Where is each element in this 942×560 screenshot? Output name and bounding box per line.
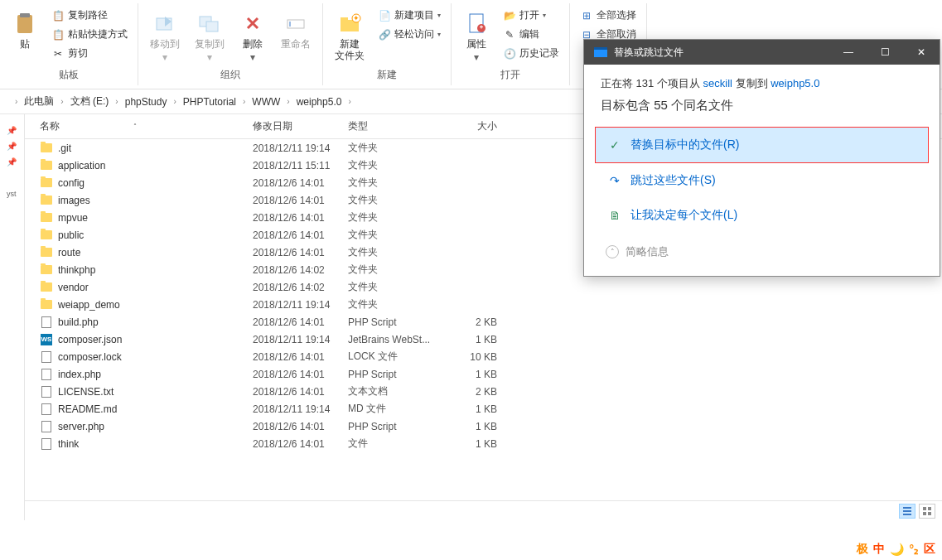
- file-size: 1 KB: [447, 334, 505, 345]
- file-row[interactable]: LICENSE.txt2018/12/6 14:01文本文档2 KB: [25, 383, 942, 400]
- breadcrumb-item[interactable]: WWW: [250, 96, 282, 108]
- minimize-button[interactable]: —: [830, 41, 867, 64]
- dialog-titlebar[interactable]: 替换或跳过文件 — ☐ ✕: [584, 40, 940, 65]
- breadcrumb-item[interactable]: 文档 (E:): [69, 94, 111, 109]
- select-all-button[interactable]: ⊞全部选择: [577, 7, 640, 24]
- clipboard-group-label: 贴板: [7, 68, 131, 82]
- svg-rect-4: [206, 22, 218, 31]
- paste-shortcut-button[interactable]: 📋粘贴快捷方式: [48, 26, 131, 43]
- copy-to-button: 复制到▾: [190, 7, 229, 66]
- file-name: LICENSE.txt: [58, 386, 253, 398]
- organize-group-label: 组织: [145, 68, 316, 82]
- svg-text:✦: ✦: [353, 14, 360, 22]
- file-icon: [40, 368, 53, 381]
- svg-rect-21: [928, 512, 931, 515]
- new-group-label: 新建: [330, 68, 444, 82]
- open-button[interactable]: 📂打开▾: [500, 7, 563, 24]
- file-row[interactable]: composer.lock2018/12/6 14:01LOCK 文件10 KB: [25, 348, 942, 365]
- file-icon: [40, 350, 53, 364]
- navigation-sidebar[interactable]: 📌 📌 📌 yst: [0, 114, 25, 520]
- svg-rect-8: [341, 17, 348, 21]
- file-icon: [40, 385, 53, 398]
- file-row[interactable]: README.md2018/12/11 19:14MD 文件1 KB: [25, 400, 942, 418]
- replace-option[interactable]: ✓ 替换目标中的文件(R): [595, 127, 929, 163]
- breadcrumb-item[interactable]: 此电脑: [22, 94, 56, 109]
- breadcrumb-item[interactable]: phpStudy: [123, 96, 169, 108]
- file-row[interactable]: index.php2018/12/6 14:01PHP Script1 KB: [25, 365, 942, 383]
- source-link[interactable]: seckill: [703, 77, 732, 89]
- properties-button[interactable]: 属性▾: [458, 7, 495, 66]
- easy-access-button[interactable]: 🔗轻松访问▾: [374, 26, 444, 43]
- column-type[interactable]: 类型: [348, 119, 447, 133]
- folder-icon: [40, 246, 53, 259]
- new-folder-button[interactable]: ✦ 新建 文件夹: [330, 7, 370, 65]
- file-date: 2018/12/6 14:01: [253, 438, 348, 450]
- svg-rect-23: [594, 47, 607, 50]
- file-date: 2018/12/11 19:14: [253, 299, 348, 311]
- chevron-right-icon: ›: [238, 97, 250, 106]
- svg-rect-6: [289, 22, 291, 27]
- file-name: images: [58, 195, 253, 206]
- file-row[interactable]: think2018/12/6 14:01文件1 KB: [25, 435, 942, 452]
- dialog-heading: 目标包含 55 个同名文件: [601, 98, 923, 113]
- close-button[interactable]: ✕: [903, 41, 940, 64]
- dialog-title: 替换或跳过文件: [614, 46, 684, 60]
- file-date: 2018/12/11 19:14: [253, 142, 348, 154]
- decide-option[interactable]: 🗎 让我决定每个文件(L): [596, 198, 928, 233]
- file-date: 2018/12/6 14:01: [253, 351, 348, 363]
- copy-path-button[interactable]: 📋复制路径: [48, 7, 131, 24]
- ribbon-group-clipboard: 贴 📋复制路径 📋粘贴快捷方式 ✂剪切 贴板: [0, 3, 138, 85]
- file-date: 2018/12/6 14:01: [253, 369, 348, 380]
- file-type: LOCK 文件: [348, 350, 447, 364]
- edit-button[interactable]: ✎编辑: [500, 26, 563, 43]
- dest-link[interactable]: weiphp5.0: [771, 77, 819, 89]
- file-type: PHP Script: [348, 421, 447, 432]
- file-row[interactable]: vendor2018/12/6 14:02文件夹: [25, 278, 942, 296]
- file-row[interactable]: build.php2018/12/6 14:01PHP Script2 KB: [25, 313, 942, 331]
- svg-rect-16: [903, 510, 911, 512]
- file-date: 2018/12/6 14:01: [253, 316, 348, 328]
- breadcrumb-item[interactable]: PHPTutorial: [181, 96, 238, 108]
- folder-icon: [40, 298, 53, 311]
- file-type: 文件夹: [348, 245, 447, 259]
- svg-rect-17: [903, 514, 911, 515]
- file-name: .git: [58, 142, 253, 154]
- chevron-right-icon: ›: [56, 97, 68, 106]
- column-date[interactable]: 修改日期: [253, 119, 348, 133]
- file-row[interactable]: WScomposer.json2018/12/11 19:14JetBrains…: [25, 331, 942, 348]
- file-name: route: [58, 247, 253, 258]
- paste-button[interactable]: 贴: [7, 7, 43, 53]
- file-row[interactable]: server.php2018/12/6 14:01PHP Script1 KB: [25, 418, 942, 435]
- column-name[interactable]: 名称˄: [25, 119, 253, 133]
- file-row[interactable]: weiapp_demo2018/12/11 19:14文件夹: [25, 296, 942, 313]
- pin-icon: 📌: [0, 154, 24, 170]
- view-icons-button[interactable]: [919, 504, 935, 519]
- chevron-right-icon: ›: [343, 97, 355, 106]
- file-type: 文件夹: [348, 141, 447, 155]
- svg-rect-15: [903, 507, 911, 509]
- file-name: composer.json: [58, 334, 253, 345]
- details-toggle[interactable]: ˄ 简略信息: [601, 233, 923, 264]
- file-type: JetBrains WebSt...: [348, 334, 447, 345]
- ribbon-group-organize: 移动到▾ 复制到▾ 删除▾ 重命名 组织: [138, 3, 323, 85]
- ribbon-group-open: 属性▾ 📂打开▾ ✎编辑 🕘历史记录 打开: [452, 3, 570, 85]
- skip-option[interactable]: ↷ 跳过这些文件(S): [596, 163, 928, 198]
- check-icon: ✓: [607, 138, 622, 152]
- file-name: README.md: [58, 403, 253, 415]
- new-item-button[interactable]: 📄新建项目▾: [374, 7, 444, 24]
- folder-icon: [40, 211, 53, 224]
- folder-icon: [40, 159, 53, 172]
- delete-button[interactable]: 删除▾: [234, 7, 271, 66]
- breadcrumb-item[interactable]: weiphp5.0: [295, 96, 344, 108]
- history-button[interactable]: 🕘历史记录: [500, 45, 563, 62]
- column-size[interactable]: 大小: [447, 119, 505, 133]
- maximize-button[interactable]: ☐: [867, 41, 903, 64]
- chevron-up-icon: ˄: [606, 245, 619, 258]
- file-type: 文件夹: [348, 158, 447, 172]
- folder-icon: [40, 281, 53, 294]
- cut-button[interactable]: ✂剪切: [48, 45, 131, 62]
- view-details-button[interactable]: [899, 504, 915, 519]
- file-name: thinkphp: [58, 264, 253, 276]
- replace-files-dialog: 替换或跳过文件 — ☐ ✕ 正在将 131 个项目从 seckill 复制到 w…: [583, 39, 940, 277]
- file-name: application: [58, 160, 253, 171]
